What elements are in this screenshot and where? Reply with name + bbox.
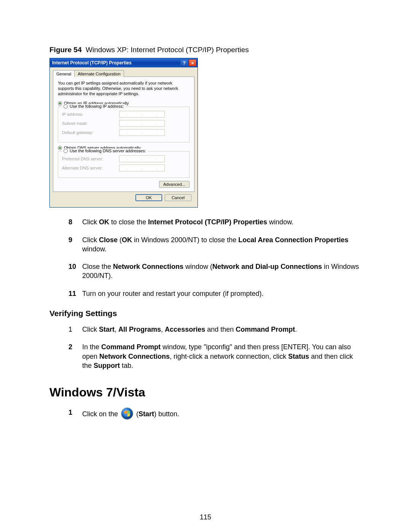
radio-dot-icon bbox=[64, 149, 68, 153]
tab-bar: General Alternate Configuration bbox=[53, 70, 194, 77]
subnet-mask-field[interactable]: ... bbox=[119, 120, 165, 127]
verify-step-2: 2 In the Command Prompt window, type "ip… bbox=[68, 342, 362, 370]
tab-page-general: You can get IP settings assigned automat… bbox=[53, 77, 194, 192]
cancel-button[interactable]: Cancel bbox=[165, 194, 191, 201]
alternate-dns-field[interactable]: ... bbox=[119, 165, 165, 171]
window-title: Internet Protocol (TCP/IP) Properties bbox=[52, 60, 180, 66]
verify-step-1: 1 Click Start, All Programs, Accessories… bbox=[68, 325, 362, 334]
page-number: 115 bbox=[0, 513, 411, 521]
window-titlebar: Internet Protocol (TCP/IP) Properties ? … bbox=[50, 58, 198, 67]
advanced-button[interactable]: Advanced... bbox=[159, 181, 190, 188]
tab-alternate-configuration[interactable]: Alternate Configuration bbox=[74, 70, 124, 77]
radio-dot-icon bbox=[58, 101, 62, 105]
row-default-gateway: Default gateway: ... bbox=[62, 129, 185, 136]
ok-button[interactable]: OK bbox=[135, 194, 162, 201]
steps-win7: 1 Click on the (Start) button. bbox=[68, 408, 362, 419]
preferred-dns-field[interactable]: ... bbox=[119, 155, 165, 162]
windows-start-orb-icon bbox=[121, 408, 133, 419]
radio-dot-icon bbox=[64, 104, 68, 109]
step-8: 8 Click OK to close the Internet Protoco… bbox=[68, 217, 362, 227]
row-subnet-mask: Subnet mask: ... bbox=[62, 120, 185, 127]
close-icon[interactable]: × bbox=[189, 59, 196, 66]
dialog-description: You can get IP settings assigned automat… bbox=[58, 81, 190, 96]
heading-verifying-settings: Verifying Settings bbox=[49, 309, 362, 318]
row-preferred-dns: Preferred DNS server: ... bbox=[62, 155, 185, 162]
ip-address-field[interactable]: ... bbox=[119, 111, 165, 118]
dialog-footer: OK Cancel bbox=[53, 192, 194, 204]
radio-dns-manual[interactable]: Use the following DNS server addresses: bbox=[62, 149, 148, 153]
tab-general[interactable]: General bbox=[53, 70, 75, 77]
group-dns-manual: Use the following DNS server addresses: … bbox=[58, 151, 190, 178]
figure-caption: Figure 54 Windows XP: Internet Protocol … bbox=[49, 46, 362, 54]
row-alternate-dns: Alternate DNS server: ... bbox=[62, 165, 185, 171]
group-ip-manual: Use the following IP address: IP address… bbox=[58, 107, 190, 142]
radio-ip-manual[interactable]: Use the following IP address: bbox=[62, 104, 125, 109]
steps-after-figure: 8 Click OK to close the Internet Protoco… bbox=[68, 217, 362, 298]
default-gateway-field[interactable]: ... bbox=[119, 129, 165, 136]
steps-verifying: 1 Click Start, All Programs, Accessories… bbox=[68, 325, 362, 370]
tcpip-properties-dialog: Internet Protocol (TCP/IP) Properties ? … bbox=[49, 58, 198, 208]
help-icon[interactable]: ? bbox=[180, 59, 188, 66]
step-10: 10 Close the Network Connections window … bbox=[68, 262, 362, 281]
step-11: 11 Turn on your router and restart your … bbox=[68, 289, 362, 298]
win7-step-1: 1 Click on the (Start) button. bbox=[68, 408, 362, 419]
heading-windows-7-vista: Windows 7/Vista bbox=[49, 385, 362, 399]
radio-dot-icon bbox=[58, 146, 62, 150]
step-9: 9 Click Close (OK in Windows 2000/NT) to… bbox=[68, 235, 362, 254]
row-ip-address: IP address: ... bbox=[62, 111, 185, 118]
